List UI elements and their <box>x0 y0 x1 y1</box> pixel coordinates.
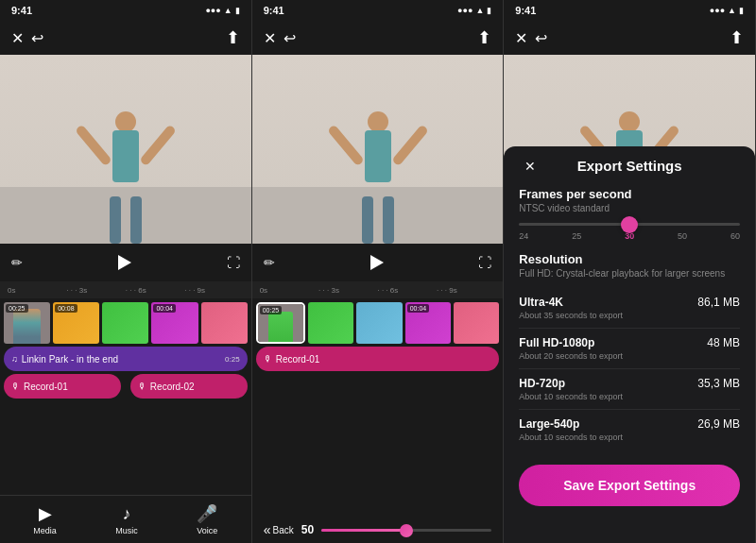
top-bar-3: ✕ ↩ ⬆ <box>504 21 755 55</box>
voice-icon: 🎤 <box>197 503 217 524</box>
status-icons-3: ●●● ▲ ▮ <box>710 6 744 15</box>
resolution-item-720p[interactable]: HD-720p About 10 seconds to export 35,3 … <box>519 369 740 410</box>
nav-voice[interactable]: 🎤 Voice <box>197 503 217 535</box>
nav-media[interactable]: ▶ Media <box>33 503 57 535</box>
record-icon-1: 🎙 <box>11 382 20 391</box>
media-icon: ▶ <box>39 503 52 524</box>
fps-slider-container <box>519 223 740 226</box>
close-icon[interactable]: ✕ <box>11 29 24 47</box>
resolution-size-1080p: 48 MB <box>707 336 740 349</box>
record-track-2[interactable]: 🎙 Record-02 <box>130 374 248 399</box>
edit-button-2[interactable]: ✏ <box>264 255 275 270</box>
battery-icon-3: ▮ <box>739 6 744 15</box>
resolution-desc-4k: About 35 seconds to export <box>519 311 623 320</box>
clip-3[interactable] <box>102 302 148 344</box>
speed-bar-area: « Back 50 <box>252 517 504 543</box>
panel-2: 9:41 ●●● ▲ ▮ ✕ ↩ ⬆ ✏ <box>252 0 505 543</box>
share-button-3[interactable]: ⬆ <box>730 27 744 48</box>
record-track-row-2: 🎙 Record-01 <box>256 347 500 371</box>
resolution-size-720p: 35,3 MB <box>697 377 740 390</box>
clip-bg-3 <box>102 302 148 344</box>
fullscreen-button-2[interactable]: ⛶ <box>478 255 491 270</box>
music-duration: 0:25 <box>225 355 240 364</box>
close-icon-2[interactable]: ✕ <box>264 29 276 47</box>
resolution-title: Resolution <box>519 252 740 266</box>
status-bar-1: 9:41 ●●● ▲ ▮ <box>0 0 251 21</box>
person-figure-2 <box>354 111 402 244</box>
speed-slider[interactable] <box>321 529 491 532</box>
record-icon-p2: 🎙 <box>264 354 272 364</box>
leg-left-1 <box>110 196 121 244</box>
close-icon-3[interactable]: ✕ <box>515 29 527 47</box>
wifi-icon-2: ▲ <box>475 6 484 15</box>
clip-p2-5[interactable] <box>454 302 499 344</box>
resolution-name-4k: Ultra-4K <box>519 296 623 309</box>
status-icons-2: ●●● ▲ ▮ <box>457 6 491 15</box>
clip-p2-4[interactable]: 00:04 <box>405 302 451 344</box>
fps-slider-track[interactable] <box>519 223 740 226</box>
export-header: ✕ Export Settings <box>519 158 740 174</box>
clip-p2-1[interactable]: 00:25 <box>256 302 305 344</box>
record-track-p2[interactable]: 🎙 Record-01 <box>256 347 500 371</box>
clip-1[interactable]: 00:25 <box>4 302 50 344</box>
ruler-0s: 0s <box>8 286 66 295</box>
leg-left-2 <box>362 196 373 244</box>
ruler-9s: · · · 9s <box>184 286 243 295</box>
resolution-info-4k: Ultra-4K About 35 seconds to export <box>519 296 623 320</box>
play-button-1[interactable] <box>112 249 138 276</box>
clip-p2-3[interactable] <box>356 302 402 344</box>
resolution-desc-720p: About 10 seconds to export <box>519 392 623 401</box>
clip-4[interactable]: 00:04 <box>151 302 198 344</box>
clip-badge-2: 00:08 <box>55 304 77 313</box>
head-2 <box>368 111 388 132</box>
music-track[interactable]: ♫ Linkin Park - in the end 0:25 <box>4 347 248 371</box>
clips-area-1: 00:25 00:08 00:04 ♫ Linkin Park - in the… <box>0 298 251 495</box>
save-export-button[interactable]: Save Export Settings <box>519 465 740 506</box>
undo-icon-2[interactable]: ↩ <box>284 29 296 47</box>
fullscreen-button-1[interactable]: ⛶ <box>227 255 240 270</box>
music-track-row: ♫ Linkin Park - in the end 0:25 <box>4 347 248 371</box>
back-icon[interactable]: « <box>264 522 271 537</box>
share-button-1[interactable]: ⬆ <box>226 27 240 48</box>
top-bar-left-2[interactable]: ✕ ↩ <box>264 29 296 47</box>
export-close-button[interactable]: ✕ <box>519 155 541 178</box>
status-bar-2: 9:41 ●●● ▲ ▮ <box>252 0 504 21</box>
status-bar-3: 9:41 ●●● ▲ ▮ <box>504 0 755 21</box>
music-nav-icon: ♪ <box>123 504 131 524</box>
figure-2 <box>354 111 402 244</box>
resolution-item-4k[interactable]: Ultra-4K About 35 seconds to export 86,1… <box>519 288 740 329</box>
clip-p2-2[interactable] <box>308 302 353 344</box>
person-figure-1 <box>102 111 149 244</box>
resolution-item-1080p[interactable]: Full HD-1080p About 20 seconds to export… <box>519 329 740 369</box>
wifi-icon-3: ▲ <box>728 6 736 15</box>
resolution-desc-540p: About 10 seconds to export <box>519 433 623 442</box>
signal-icon-2: ●●● <box>457 6 472 15</box>
edit-button-1[interactable]: ✏ <box>11 255 23 270</box>
top-bar-left-1[interactable]: ✕ ↩ <box>11 29 43 47</box>
resolution-item-540p[interactable]: Large-540p About 10 seconds to export 26… <box>519 410 740 450</box>
clip-bg-p2-2 <box>308 302 353 344</box>
clip-bg-5 <box>201 302 248 344</box>
record-track-label-2: Record-02 <box>150 382 195 392</box>
share-button-2[interactable]: ⬆ <box>477 27 491 48</box>
record-track-1[interactable]: 🎙 Record-01 <box>4 374 121 399</box>
undo-icon[interactable]: ↩ <box>31 29 43 47</box>
clip-5[interactable] <box>201 302 248 344</box>
top-bar-left-3[interactable]: ✕ ↩ <box>515 29 547 47</box>
video-preview-1 <box>0 55 251 244</box>
play-button-2[interactable] <box>364 249 390 276</box>
resolution-name-1080p: Full HD-1080p <box>519 336 623 349</box>
clip-badge-p2-4: 00:04 <box>407 304 430 313</box>
clip-row-1: 00:25 00:08 00:04 <box>4 302 248 344</box>
back-button[interactable]: « Back <box>264 522 294 537</box>
undo-icon-3[interactable]: ↩ <box>535 29 547 47</box>
ruler2-9s: · · · 9s <box>437 286 495 295</box>
export-title: Export Settings <box>577 158 682 174</box>
resolution-section: Resolution Full HD: Crystal-clear playba… <box>519 252 740 450</box>
clip-2[interactable]: 00:08 <box>53 302 99 344</box>
timeline-ruler-2: 0s · · · 3s · · · 6s · · · 9s <box>252 281 504 298</box>
nav-music[interactable]: ♪ Music <box>115 504 138 535</box>
fps-slider-thumb[interactable] <box>621 216 638 233</box>
speed-slider-thumb[interactable] <box>400 524 413 537</box>
top-bar-1: ✕ ↩ ⬆ <box>0 21 251 55</box>
